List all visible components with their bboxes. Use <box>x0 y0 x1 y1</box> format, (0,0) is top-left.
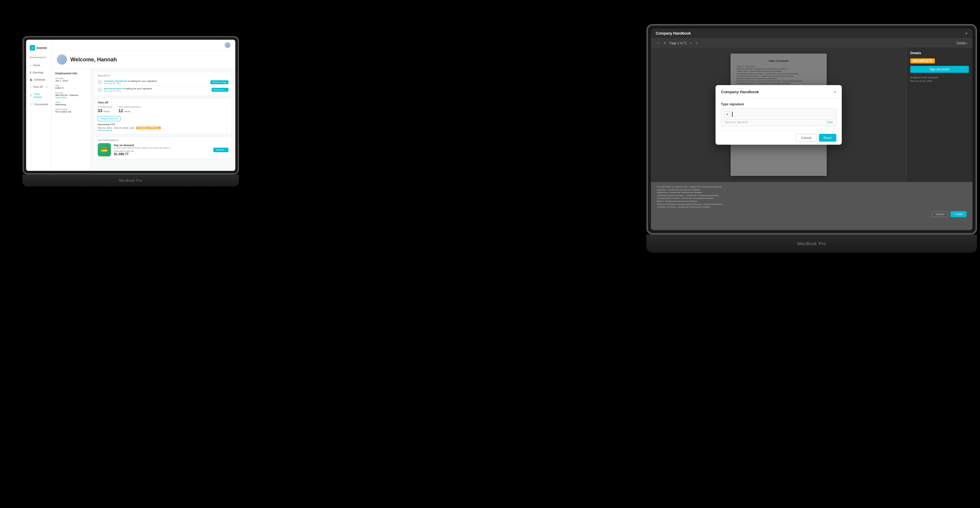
view-all-link[interactable]: View all time off <box>98 129 228 131</box>
incomplete-badge: INCOMPLETE <box>910 58 935 64</box>
nav-label: Time tracker <box>34 93 48 99</box>
sick-balance: SICK LEAVE BALANCE 12 hours <box>118 106 141 113</box>
pto-label: PTO BALANCE <box>98 106 112 108</box>
chevron-down-icon: ▼ <box>46 86 48 88</box>
top-bar <box>52 40 235 51</box>
welcome-section: Welcome, Hannah <box>52 51 235 69</box>
employment-title: Employment info <box>55 72 87 75</box>
timeoff-section: Time off PTO BALANCE 33 hours SICK LEAVE… <box>94 98 232 134</box>
laptop2-content: Company Handbook × − + Page 1 of 71 ‹ › … <box>651 29 972 230</box>
sig-x-mark: × <box>724 111 730 118</box>
laptop1: e everee Boomerang Inc. ⌂ Home $ Earning… <box>22 36 239 187</box>
sig-bottom-row: Type your signature Clear <box>724 121 833 124</box>
company-name: Boomerang Inc. <box>29 56 49 61</box>
employment-panel: Employment info Hire date Jan 1, 2019 Ti… <box>52 69 91 171</box>
sig-input-area: × Type your signature Clear <box>721 108 836 126</box>
title-value: Editor II <box>55 86 87 89</box>
sidebar-item-documents[interactable]: 📄 Documents <box>29 101 49 107</box>
laptop1-content: e everee Boomerang Inc. ⌂ Home $ Earning… <box>26 40 235 171</box>
avatar[interactable] <box>224 42 231 48</box>
details-label: Details <box>956 42 966 45</box>
sig-label: Type signature <box>721 102 836 106</box>
bottom-cancel-btn[interactable]: Cancel <box>932 211 948 217</box>
request-info: Company Handbook is waiting for your sig… <box>104 80 210 85</box>
logo-text: everee <box>37 46 47 50</box>
handbook-link[interactable]: Company Handbook <box>104 80 127 82</box>
balances: PTO BALANCE 33 hours SICK LEAVE BALANCE … <box>98 106 228 113</box>
pay-title: Pay on demand <box>114 144 210 147</box>
requests-section: REQUESTS Company Handbook is waiting for… <box>94 72 232 96</box>
modal-close-btn[interactable]: × <box>834 89 836 95</box>
pay-rate-field: Pay rate $60,000.00 / Salaried View hist… <box>55 92 87 99</box>
pay-pref-inner: 💳 Pay on demand It's your hard earned mo… <box>98 143 228 157</box>
nav-right-btn[interactable]: › <box>695 40 699 46</box>
sidebar-item-home[interactable]: ⌂ Home <box>29 62 49 68</box>
workloc-value: No location set <box>55 110 87 113</box>
modal-done-btn[interactable]: Done <box>819 134 836 142</box>
doc-area: Table of Contents Section 1 - Introducti… <box>651 48 906 182</box>
doc-icon <box>98 80 102 84</box>
sidebar-item-schedule[interactable]: ▦ Schedule <box>29 77 49 83</box>
team-value: Marketing <box>55 103 87 106</box>
sick-value: 12 <box>118 108 123 113</box>
request-date: Sent Aug 25, 2021 <box>104 82 210 85</box>
request-time-off-btn[interactable]: Request time off <box>98 116 121 121</box>
modal-footer: Cancel Done <box>716 131 842 145</box>
nav-label: Schedule <box>34 78 45 81</box>
zoom-in-btn[interactable]: + <box>663 40 667 46</box>
pto-unit: hours <box>104 110 110 113</box>
pay-pref-label: Pay preference <box>98 139 228 141</box>
review-sign-btn-1[interactable]: Review & Sign <box>210 80 228 84</box>
available-label: AVAILABLE AMOUNT <box>114 150 210 152</box>
sign-document-btn[interactable]: Sign document <box>910 66 969 73</box>
details-chevron-icon: › <box>967 42 968 45</box>
bottom-close-btn[interactable]: • Close <box>951 211 966 217</box>
sig-input-row: × <box>724 111 833 118</box>
logo: e everee <box>29 43 49 52</box>
pto-balance: PTO BALANCE 33 hours <box>98 106 112 113</box>
title-label: Title <box>55 85 87 86</box>
laptop2-bezel: MacBook Pro <box>646 235 977 252</box>
request-suffix-2: is waiting for your signature <box>123 87 152 90</box>
nav-label: Home <box>33 64 40 67</box>
close-icon[interactable]: × <box>965 31 968 36</box>
details-info: Assigned to this employeeSent on Jul 15,… <box>910 76 969 83</box>
modal-overlay: Company Handbook × Type signature × <box>651 48 906 182</box>
timetracker-icon: ⏱ <box>30 94 32 97</box>
doc-icon-2 <box>98 88 102 92</box>
withdraw-btn[interactable]: Withdra... <box>213 148 228 152</box>
pay-info: Pay on demand It's your hard earned mone… <box>114 144 210 156</box>
bottom-buttons: Cancel • Close <box>657 211 966 217</box>
handbook-toolbar: − + Page 1 of 71 ‹ › Details › <box>651 38 972 48</box>
sidebar-item-earnings[interactable]: $ Earnings <box>29 69 49 75</box>
nav-left-btn[interactable]: ‹ <box>689 40 693 46</box>
team-field: Team Marketing <box>55 101 87 106</box>
nav-label: Documents <box>35 103 48 106</box>
modal-cancel-btn[interactable]: Cancel <box>796 134 816 142</box>
signature-modal: Company Handbook × Type signature × <box>716 85 842 145</box>
laptop1-model-label: MacBook Pro <box>119 179 142 182</box>
hire-date-label: Hire date <box>55 77 87 80</box>
laptop1-bezel: MacBook Pro <box>22 174 239 187</box>
clear-link[interactable]: Clear <box>826 121 833 124</box>
sidebar: e everee Boomerang Inc. ⌂ Home $ Earning… <box>26 40 52 171</box>
pay-pref-section: Pay preference 💳 Pay on demand It's your… <box>94 137 232 159</box>
review-sign-btn-2[interactable]: Review & S... <box>212 88 228 92</box>
earnings-icon: $ <box>30 71 31 74</box>
handbook-bottom: Personal Policies and Telephone Calls - … <box>651 182 972 230</box>
sidebar-item-timetracker[interactable]: ⏱ Time tracker <box>29 91 49 100</box>
sidebar-item-timeoff[interactable]: ○ Time off ▼ <box>29 84 49 90</box>
pending-badge: PENDING APPROVAL <box>136 127 161 129</box>
view-history-link[interactable]: View history <box>55 97 87 99</box>
documents-icon: 📄 <box>30 103 33 106</box>
pto-row: Feb 20, 2020 - Feb 25, 2020 • 40h PENDIN… <box>98 127 228 129</box>
details-toggle[interactable]: Details › <box>956 42 968 45</box>
request-suffix: is waiting for your signature <box>128 80 157 82</box>
workloc-field: Work location No location set <box>55 108 87 113</box>
request-item-harassment: Anti-harrasment is waiting for your sign… <box>98 86 228 93</box>
harassment-link[interactable]: Anti-harrasment <box>104 87 123 90</box>
zoom-out-btn[interactable]: − <box>656 40 660 46</box>
pay-icon: 💳 <box>98 143 111 157</box>
request-info-2: Anti-harrasment is waiting for your sign… <box>104 87 212 92</box>
page-info: Page 1 of 71 <box>670 42 687 45</box>
